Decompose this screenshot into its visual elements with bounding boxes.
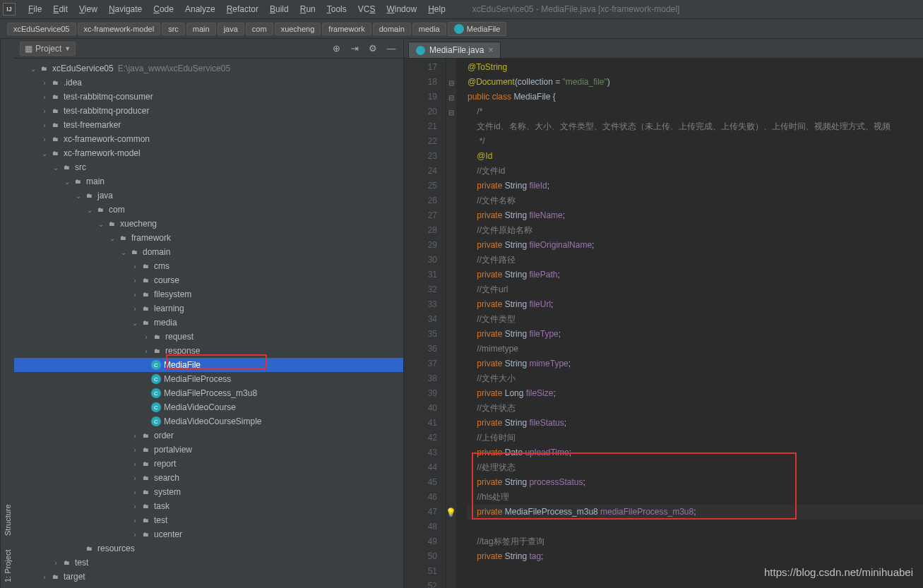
tree-item-cms[interactable]: ›🖿cms (14, 259, 403, 273)
code-line[interactable]: //文件url (468, 282, 923, 297)
project-panel-title[interactable]: ▦ Project ▼ (20, 42, 76, 56)
code-line[interactable]: //文件id (468, 164, 923, 179)
tree-item-response[interactable]: ›🖿response (14, 344, 403, 358)
tree-item-test-rabbitmq-producer[interactable]: ›🖿test-rabbitmq-producer (14, 104, 403, 118)
tree-item-order[interactable]: ›🖿order (14, 428, 403, 443)
code-line[interactable]: private MediaFileProcess_m3u8 mediaFileP… (468, 505, 923, 520)
tree-item-learning[interactable]: ›🖿learning (14, 301, 403, 316)
code-line[interactable]: private String tag; (468, 549, 923, 564)
tree-item-target[interactable]: ›🖿target (14, 570, 403, 584)
tree-item-src[interactable]: ⌄🖿src (14, 160, 403, 174)
code-line[interactable]: public class MediaFile { (468, 90, 923, 104)
code-line[interactable]: //文件路径 (468, 253, 923, 268)
code-line[interactable]: //文件状态 (468, 401, 923, 416)
code-line[interactable]: private String fileOriginalName; (468, 238, 923, 253)
menu-edit[interactable]: Edit (47, 4, 73, 14)
breadcrumb-item[interactable]: xc-framework-model (78, 23, 161, 35)
code-line[interactable]: //文件类型 (468, 312, 923, 327)
tree-item-xc-framework-common[interactable]: ›🖿xc-framework-common (14, 132, 403, 146)
menu-code[interactable]: Code (148, 4, 179, 14)
tree-item-main[interactable]: ⌄🖿main (14, 174, 403, 188)
code-line[interactable]: //tag标签用于查询 (468, 534, 923, 549)
code-line[interactable]: //文件名称 (468, 193, 923, 208)
tree-item-system[interactable]: ›🖿system (14, 485, 403, 499)
tree-item-java[interactable]: ⌄🖿java (14, 188, 403, 203)
tree-item-xuecheng[interactable]: ⌄🖿xuecheng (14, 217, 403, 231)
tree-item-com[interactable]: ⌄🖿com (14, 203, 403, 217)
code-line[interactable]: @Id (468, 149, 923, 164)
code-line[interactable]: /* (468, 104, 923, 119)
strip-structure[interactable]: Structure (4, 504, 12, 536)
breadcrumb-item[interactable]: domain (373, 23, 411, 35)
menu-analyze[interactable]: Analyze (179, 4, 221, 14)
strip-project[interactable]: 1: Project (4, 550, 12, 582)
menu-tools[interactable]: Tools (321, 4, 352, 14)
code-line[interactable]: //文件大小 (468, 371, 923, 386)
tree-item-domain[interactable]: ⌄🖿domain (14, 245, 403, 259)
code-editor[interactable]: 1718192021222324252627282930313233343536… (404, 59, 923, 588)
menu-run[interactable]: Run (294, 4, 321, 14)
hide-icon[interactable]: — (385, 42, 398, 55)
code-line[interactable] (468, 579, 923, 588)
tree-item-portalview[interactable]: ›🖿portalview (14, 443, 403, 457)
tree-item-request[interactable]: ›🖿request (14, 330, 403, 344)
tree-item-framework[interactable]: ⌄🖿framework (14, 231, 403, 245)
tree-item-report[interactable]: ›🖿report (14, 457, 403, 471)
code-line[interactable]: 文件id、名称、大小、文件类型、文件状态（未上传、上传完成、上传失败）、上传时间… (468, 119, 923, 134)
code-line[interactable]: */ (468, 134, 923, 149)
breadcrumb-item[interactable]: src (162, 23, 185, 35)
breadcrumb-item[interactable]: MediaFile (448, 22, 507, 36)
collapse-all-icon[interactable]: ⇥ (348, 42, 361, 55)
tree-item-mediafile[interactable]: CMediaFile (14, 358, 403, 372)
tree-item-mediafileprocess[interactable]: CMediaFileProcess (14, 372, 403, 386)
breadcrumb-item[interactable]: xuecheng (275, 23, 321, 35)
menu-file[interactable]: File (23, 4, 47, 14)
menu-refactor[interactable]: Refactor (221, 4, 264, 14)
breadcrumb-item[interactable]: xcEduService05 (7, 23, 76, 35)
code-line[interactable]: private String fileName; (468, 208, 923, 223)
breadcrumb-item[interactable]: com (246, 23, 273, 35)
code-line[interactable]: private Date uploadTime; (468, 445, 923, 460)
tree-item-xc-framework-model[interactable]: ⌄🖿xc-framework-model (14, 146, 403, 160)
tree-item-test-freemarker[interactable]: ›🖿test-freemarker (14, 118, 403, 132)
bulb-icon[interactable]: 💡 (446, 505, 456, 520)
tree-item-task[interactable]: ›🖿task (14, 499, 403, 513)
tree-item-ucenter[interactable]: ›🖿ucenter (14, 527, 403, 541)
tree-item-.idea[interactable]: ›🖿.idea (14, 76, 403, 90)
code-line[interactable]: //mimetype (468, 342, 923, 356)
code-line[interactable]: //文件原始名称 (468, 223, 923, 238)
tree-item-mediafileprocess_m3u8[interactable]: CMediaFileProcess_m3u8 (14, 386, 403, 400)
editor-content[interactable]: @ToString@Document(collection = "media_f… (456, 59, 923, 588)
breadcrumb-item[interactable]: framework (322, 23, 371, 35)
breadcrumb-item[interactable]: java (218, 23, 244, 35)
close-tab-icon[interactable]: × (488, 45, 493, 55)
menu-vcs[interactable]: VCS (352, 4, 381, 14)
code-line[interactable]: private String fileStatus; (468, 416, 923, 431)
menu-build[interactable]: Build (264, 4, 294, 14)
tree-item-test-rabbitmq-consumer[interactable]: ›🖿test-rabbitmq-consumer (14, 90, 403, 104)
tree-item-mediavideocourse[interactable]: CMediaVideoCourse (14, 400, 403, 414)
tree-item-search[interactable]: ›🖿search (14, 471, 403, 485)
breadcrumb-item[interactable]: main (186, 23, 216, 35)
breadcrumb-item[interactable]: media (412, 23, 446, 35)
menu-help[interactable]: Help (422, 4, 451, 14)
settings-icon[interactable]: ⚙ (367, 42, 379, 55)
menu-navigate[interactable]: Navigate (103, 4, 148, 14)
tree-item-mediavideocoursesimple[interactable]: CMediaVideoCourseSimple (14, 414, 403, 428)
tree-item-media[interactable]: ⌄🖿media (14, 316, 403, 330)
editor-tab-mediafile[interactable]: MediaFile.java × (408, 42, 501, 58)
code-line[interactable]: @ToString (468, 60, 923, 75)
fold-icon[interactable]: ⊟ (448, 90, 455, 97)
tree-item-xceduservice05[interactable]: ⌄🖿xcEduService05E:\java_www\xcEduService… (14, 61, 403, 76)
tree-item-course[interactable]: ›🖿course (14, 273, 403, 287)
tree-item-test[interactable]: ›🖿test (14, 556, 403, 570)
project-tree[interactable]: ⌄🖿xcEduService05E:\java_www\xcEduService… (14, 59, 403, 588)
code-line[interactable]: @Document(collection = "media_file") (468, 75, 923, 90)
code-line[interactable]: private String processStatus; (468, 475, 923, 490)
tree-item-resources[interactable]: 🖿resources (14, 541, 403, 556)
code-line[interactable]: //处理状态 (468, 460, 923, 475)
code-line[interactable]: private String fileId; (468, 179, 923, 193)
code-line[interactable]: private String fileType; (468, 327, 923, 342)
code-line[interactable]: //上传时间 (468, 431, 923, 445)
tree-item-test[interactable]: ›🖿test (14, 513, 403, 527)
